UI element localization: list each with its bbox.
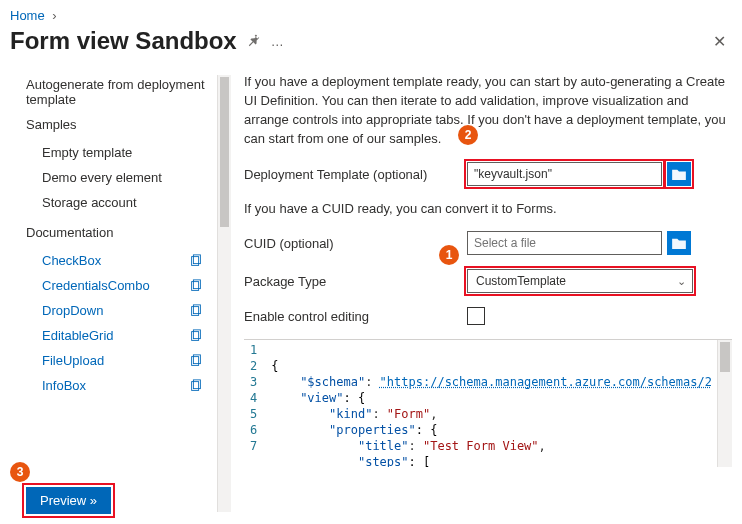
more-icon[interactable]: … [271, 34, 284, 49]
package-type-label: Package Type [244, 274, 459, 289]
sidebar-autogen[interactable]: Autogenerate from deployment template [26, 77, 206, 107]
chevron-down-icon: ⌄ [677, 275, 686, 288]
sidebar-doc-dropdown[interactable]: DropDown [26, 298, 227, 323]
editor-scrollbar[interactable] [717, 340, 732, 467]
copy-icon[interactable] [189, 279, 203, 293]
enable-editing-checkbox[interactable] [467, 307, 485, 325]
copy-icon[interactable] [189, 304, 203, 318]
cuid-label: CUID (optional) [244, 236, 459, 251]
sidebar: Autogenerate from deployment template Sa… [0, 63, 232, 524]
footer: Preview » [26, 487, 111, 514]
deployment-template-browse-button[interactable] [667, 162, 691, 186]
sidebar-doc-fileupload[interactable]: FileUpload [26, 348, 227, 373]
package-type-select[interactable]: CustomTemplate ⌄ [467, 269, 693, 293]
deployment-template-label: Deployment Template (optional) [244, 167, 459, 182]
sidebar-doc-editablegrid[interactable]: EditableGrid [26, 323, 227, 348]
sidebar-doc-infobox[interactable]: InfoBox [26, 373, 227, 398]
breadcrumb-home[interactable]: Home [10, 8, 45, 23]
content-pane: If you have a deployment template ready,… [232, 63, 742, 524]
row-cuid: CUID (optional) [244, 231, 732, 255]
editor-gutter: 1234567 [244, 340, 267, 467]
sidebar-scrollbar[interactable] [217, 75, 231, 512]
intro-text: If you have a deployment template ready,… [244, 73, 732, 148]
copy-icon[interactable] [189, 379, 203, 393]
sidebar-sample-storage[interactable]: Storage account [26, 190, 227, 215]
editor-code[interactable]: { "$schema": "https://schema.management.… [267, 340, 712, 467]
copy-icon[interactable] [189, 254, 203, 268]
chevron-right-icon: › [52, 8, 56, 23]
enable-editing-label: Enable control editing [244, 309, 459, 324]
page-title: Form view Sandbox [10, 27, 237, 55]
cuid-intro: If you have a CUID ready, you can conver… [244, 200, 732, 219]
breadcrumb: Home › [0, 0, 742, 23]
copy-icon[interactable] [189, 354, 203, 368]
sidebar-samples-header: Samples [26, 117, 227, 132]
code-editor[interactable]: 1234567 { "$schema": "https://schema.man… [244, 339, 732, 467]
row-deployment-template: Deployment Template (optional) [244, 162, 732, 186]
cuid-input[interactable] [467, 231, 662, 255]
page-header: Form view Sandbox … ✕ [0, 23, 742, 63]
cuid-browse-button[interactable] [667, 231, 691, 255]
sidebar-sample-demo[interactable]: Demo every element [26, 165, 227, 190]
sidebar-docs-header: Documentation [26, 225, 227, 240]
row-package-type: Package Type CustomTemplate ⌄ [244, 269, 732, 293]
preview-button[interactable]: Preview » [26, 487, 111, 514]
row-enable-editing: Enable control editing [244, 307, 732, 325]
copy-icon[interactable] [189, 329, 203, 343]
pin-icon[interactable] [247, 33, 261, 50]
sidebar-doc-checkbox[interactable]: CheckBox [26, 248, 227, 273]
deployment-template-input[interactable] [467, 162, 662, 186]
sidebar-sample-empty[interactable]: Empty template [26, 140, 227, 165]
close-icon[interactable]: ✕ [709, 28, 730, 55]
sidebar-doc-credentials[interactable]: CredentialsCombo [26, 273, 227, 298]
